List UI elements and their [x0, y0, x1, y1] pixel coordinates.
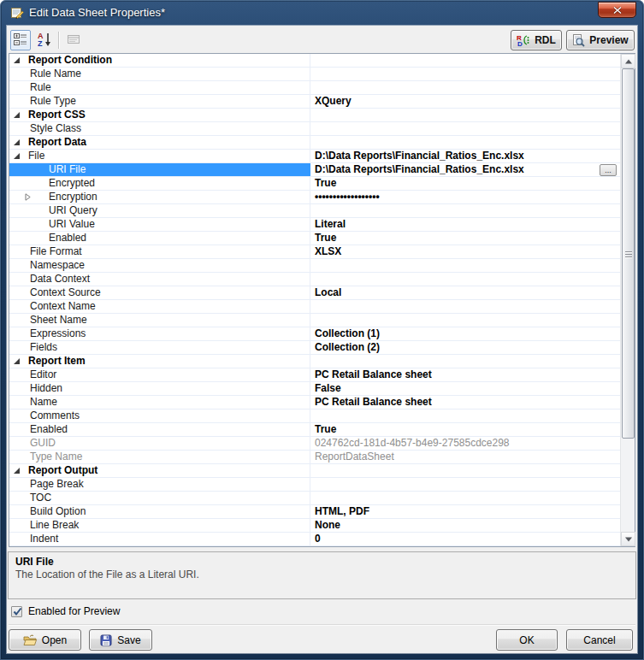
- property-row-type-name[interactable]: Type NameReportDataSheet: [9, 451, 620, 464]
- scrollbar-thumb[interactable]: [622, 68, 635, 439]
- property-row-rule-name[interactable]: Rule Name: [9, 68, 620, 81]
- property-name-cell[interactable]: Report CSS: [9, 109, 310, 121]
- category-row-report-data[interactable]: Report Data: [9, 136, 620, 150]
- property-row-enabled[interactable]: EnabledTrue: [9, 423, 620, 437]
- property-row-hidden[interactable]: HiddenFalse: [9, 382, 620, 396]
- property-value-cell[interactable]: [311, 68, 620, 80]
- property-row-file[interactable]: FileD:\Data Reports\Financial_Ratios_Enc…: [9, 150, 620, 163]
- property-value-cell[interactable]: Collection (2): [311, 341, 620, 354]
- property-value-cell[interactable]: [311, 54, 620, 67]
- property-value-cell[interactable]: [311, 204, 620, 217]
- property-name-cell[interactable]: Context Name: [9, 300, 310, 313]
- property-value-cell[interactable]: 024762cd-181d-4b57-b4e9-27585cdce298: [311, 437, 620, 450]
- property-name-cell[interactable]: Namespace: [9, 259, 310, 272]
- property-row-encryption[interactable]: Encryption••••••••••••••••••: [9, 191, 620, 204]
- property-row-context-name[interactable]: Context Name: [9, 300, 620, 314]
- property-value-cell[interactable]: [311, 355, 620, 368]
- property-value-cell[interactable]: None: [311, 519, 620, 532]
- property-name-cell[interactable]: Hidden: [9, 382, 310, 395]
- property-row-page-break[interactable]: Page Break: [9, 478, 620, 492]
- property-name-cell[interactable]: Style Class: [9, 122, 310, 135]
- title-bar[interactable]: Edit Data Sheet Properties*: [0, 0, 644, 26]
- property-row-comments[interactable]: Comments: [9, 410, 620, 423]
- property-value-cell[interactable]: [311, 478, 620, 491]
- property-name-cell[interactable]: Rule Type: [9, 95, 310, 108]
- property-name-cell[interactable]: TOC: [9, 492, 310, 504]
- property-value-cell[interactable]: [311, 122, 620, 135]
- save-button[interactable]: Save: [89, 629, 152, 651]
- property-row-name[interactable]: NamePC Retail Balance sheet: [9, 396, 620, 410]
- property-name-cell[interactable]: File: [9, 150, 310, 162]
- property-name-cell[interactable]: Rule: [9, 81, 310, 94]
- property-name-cell[interactable]: Enabled: [9, 232, 310, 245]
- property-name-cell[interactable]: Report Item: [9, 355, 310, 368]
- property-name-cell[interactable]: Expressions: [9, 327, 310, 340]
- property-value-cell[interactable]: [311, 314, 620, 327]
- property-value-cell[interactable]: Collection (1): [311, 327, 620, 340]
- property-value-cell[interactable]: HTML, PDF: [311, 505, 620, 518]
- property-row-uri-file[interactable]: URI FileD:\Data Reports\Financial_Ratios…: [9, 163, 620, 177]
- expander-expanded-icon[interactable]: [13, 467, 21, 474]
- property-name-cell[interactable]: URI File: [9, 163, 310, 176]
- property-value-cell[interactable]: D:\Data Reports\Financial_Ratios_Enc.xls…: [311, 163, 620, 176]
- property-value-cell[interactable]: XLSX: [311, 245, 620, 258]
- property-row-toc[interactable]: TOC: [9, 492, 620, 505]
- property-name-cell[interactable]: Context Source: [9, 286, 310, 299]
- property-row-expressions[interactable]: ExpressionsCollection (1): [9, 327, 620, 341]
- property-value-cell[interactable]: [311, 410, 620, 422]
- property-name-cell[interactable]: Comments: [9, 410, 310, 422]
- property-value-cell[interactable]: 0: [311, 533, 620, 545]
- property-value-cell[interactable]: Local: [311, 286, 620, 299]
- preview-button[interactable]: Preview: [566, 30, 635, 50]
- property-name-cell[interactable]: Line Break: [9, 519, 310, 532]
- property-value-cell[interactable]: [311, 109, 620, 121]
- scroll-down-button[interactable]: [621, 532, 635, 546]
- open-button[interactable]: Open: [9, 629, 81, 651]
- property-name-cell[interactable]: Type Name: [9, 451, 310, 463]
- expander-expanded-icon[interactable]: [13, 357, 21, 365]
- property-value-cell[interactable]: True: [311, 423, 620, 436]
- browse-button[interactable]: ...: [600, 164, 617, 176]
- category-row-report-css[interactable]: Report CSS: [9, 109, 620, 122]
- expander-expanded-icon[interactable]: [13, 56, 21, 64]
- property-name-cell[interactable]: Data Context: [9, 273, 310, 286]
- property-row-enabled[interactable]: EnabledTrue: [9, 232, 620, 245]
- property-name-cell[interactable]: URI Value: [9, 218, 310, 231]
- expander-expanded-icon[interactable]: [13, 138, 21, 146]
- property-value-cell[interactable]: XQuery: [311, 95, 620, 108]
- property-row-guid[interactable]: GUID024762cd-181d-4b57-b4e9-27585cdce298: [9, 437, 620, 451]
- property-row-rule[interactable]: Rule: [9, 81, 620, 95]
- property-value-cell[interactable]: [311, 464, 620, 477]
- enabled-for-preview-checkbox[interactable]: [11, 606, 22, 617]
- property-name-cell[interactable]: Build Option: [9, 505, 310, 518]
- property-name-cell[interactable]: Report Condition: [9, 54, 310, 67]
- property-row-uri-value[interactable]: URI ValueLiteral: [9, 218, 620, 232]
- property-name-cell[interactable]: GUID: [9, 437, 310, 450]
- property-value-cell[interactable]: Literal: [311, 218, 620, 231]
- ok-button[interactable]: OK: [496, 629, 558, 651]
- scroll-up-button[interactable]: [621, 54, 635, 68]
- property-name-cell[interactable]: Enabled: [9, 423, 310, 436]
- property-name-cell[interactable]: Sheet Name: [9, 314, 310, 327]
- property-name-cell[interactable]: Indent: [9, 533, 310, 545]
- expander-collapsed-icon[interactable]: [24, 193, 32, 201]
- property-row-uri-query[interactable]: URI Query: [9, 204, 620, 218]
- property-name-cell[interactable]: Name: [9, 396, 310, 409]
- property-row-data-context[interactable]: Data Context: [9, 273, 620, 286]
- rdl-button[interactable]: R D RDL: [511, 30, 562, 50]
- expander-expanded-icon[interactable]: [13, 111, 21, 119]
- category-row-report-item[interactable]: Report Item: [9, 355, 620, 368]
- property-row-line-break[interactable]: Line BreakNone: [9, 519, 620, 533]
- property-row-style-class[interactable]: Style Class: [9, 122, 620, 136]
- property-value-cell[interactable]: ••••••••••••••••••: [311, 191, 620, 203]
- property-row-context-source[interactable]: Context SourceLocal: [9, 286, 620, 300]
- property-value-cell[interactable]: True: [311, 177, 620, 190]
- property-row-file-format[interactable]: File FormatXLSX: [9, 245, 620, 259]
- category-row-report-output[interactable]: Report Output: [9, 464, 620, 478]
- property-value-cell[interactable]: PC Retail Balance sheet: [311, 396, 620, 409]
- sort-alphabetical-button[interactable]: A Z: [34, 30, 55, 50]
- property-name-cell[interactable]: Encrypted: [9, 177, 310, 190]
- expander-expanded-icon[interactable]: [13, 152, 21, 160]
- category-row-report-condition[interactable]: Report Condition: [9, 54, 620, 68]
- property-value-cell[interactable]: False: [311, 382, 620, 395]
